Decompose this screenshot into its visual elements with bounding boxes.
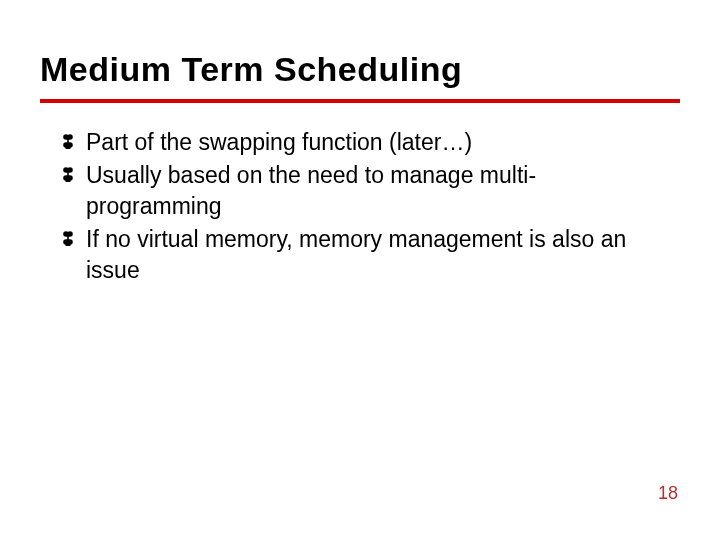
command-icon xyxy=(60,230,82,246)
bullet-text: If no virtual memory, memory management … xyxy=(86,224,660,286)
list-item: Usually based on the need to manage mult… xyxy=(60,160,660,222)
command-icon xyxy=(60,133,82,149)
page-number: 18 xyxy=(658,483,678,504)
title-area: Medium Term Scheduling xyxy=(0,0,720,89)
page-title: Medium Term Scheduling xyxy=(40,50,680,89)
bullet-text: Part of the swapping function (later…) xyxy=(86,127,660,158)
command-icon xyxy=(60,166,82,182)
bullet-list: Part of the swapping function (later…) U… xyxy=(60,127,660,286)
content-area: Part of the swapping function (later…) U… xyxy=(0,103,720,286)
list-item: If no virtual memory, memory management … xyxy=(60,224,660,286)
slide: Medium Term Scheduling Part of the swapp… xyxy=(0,0,720,540)
list-item: Part of the swapping function (later…) xyxy=(60,127,660,158)
bullet-text: Usually based on the need to manage mult… xyxy=(86,160,660,222)
